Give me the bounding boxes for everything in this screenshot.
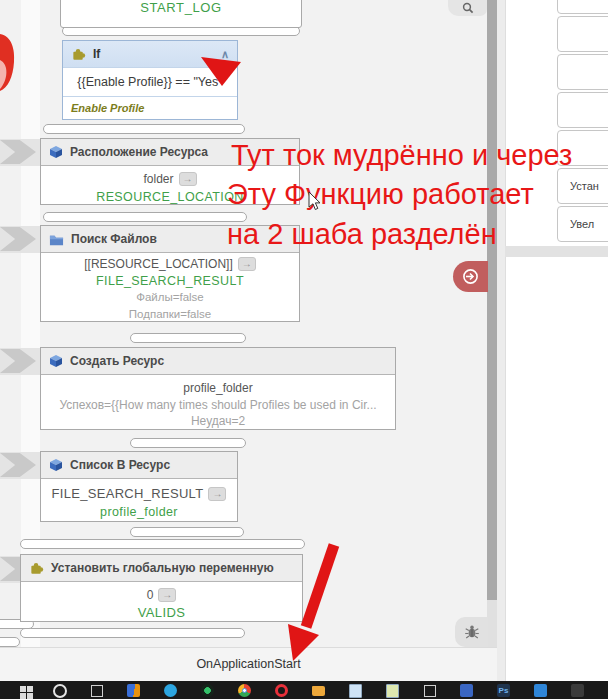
bug-icon <box>464 624 480 640</box>
notepad-icon[interactable] <box>337 681 374 699</box>
photoshop-icon[interactable]: Ps <box>485 681 522 699</box>
scrollbar-thumb[interactable] <box>487 0 497 600</box>
arrow-chip-icon: → <box>208 487 226 501</box>
set-global-variable-node[interactable]: Установить глобальную переменную 0→ VALI… <box>20 554 303 622</box>
telegram-icon[interactable] <box>152 681 189 699</box>
node-option: Файлы=false <box>41 289 299 306</box>
arrow-chip-icon: → <box>179 172 197 186</box>
node-output: FILE_SEARCH_RESULT <box>41 273 299 290</box>
panel-cell[interactable] <box>557 92 608 128</box>
collapsed-node[interactable] <box>0 637 20 647</box>
annotation-line: на 2 шаба разделён <box>227 218 497 251</box>
workflow-canvas[interactable]: START_LOG If ∧ {{Enable Profile}} == "Ye… <box>0 0 487 647</box>
arrow-chip-icon: → <box>158 588 176 602</box>
search-icon[interactable] <box>41 681 78 699</box>
dark-green-app-icon[interactable] <box>189 681 226 699</box>
node-title: Установить глобальную переменную <box>51 561 274 575</box>
canvas-rail <box>21 0 40 647</box>
collapsed-node[interactable] <box>20 539 305 549</box>
puzzle-icon <box>71 47 86 62</box>
panel-gutter <box>497 0 505 681</box>
collapsed-node[interactable] <box>43 212 247 222</box>
mail-app-icon[interactable] <box>448 681 485 699</box>
start-log-label: START_LOG <box>140 0 222 15</box>
node-title: Создать Ресурс <box>70 354 164 368</box>
node-param: 0→ <box>21 585 302 604</box>
cube-icon <box>49 458 63 472</box>
afterburner-app-icon[interactable] <box>115 681 152 699</box>
node-param: [[RESOURCE_LOCATION]]→ <box>41 255 299 273</box>
panel-cell[interactable]: Увел <box>557 206 608 242</box>
windows-start-icon[interactable] <box>4 681 41 699</box>
if-node[interactable]: If ∧ {{Enable Profile}} == "Yes" Enable … <box>62 40 238 120</box>
collapsed-node[interactable] <box>20 628 245 638</box>
enter-arrow-icon <box>462 268 479 285</box>
node-header[interactable]: Создать Ресурс <box>41 348 395 375</box>
annotation-line: Эту Функцию работает <box>227 178 534 211</box>
node-option: Подпапки=false <box>41 306 299 323</box>
chrome-icon[interactable] <box>226 681 263 699</box>
node-title: Список В Ресурс <box>70 458 170 472</box>
panel-cell[interactable]: Устан <box>557 168 608 204</box>
opera-icon[interactable] <box>263 681 300 699</box>
dark-app-icon[interactable] <box>559 681 596 699</box>
node-output: profile_folder <box>41 503 237 522</box>
node-param: profile_folder <box>41 380 395 397</box>
taskbar[interactable]: Ps <box>0 681 608 699</box>
cube-icon <box>49 145 63 159</box>
collapsed-node[interactable] <box>130 333 246 343</box>
node-title: Поиск Файлов <box>71 232 157 246</box>
panel-cell[interactable] <box>557 54 608 90</box>
node-output: VALIDS <box>21 604 302 622</box>
panel-cell[interactable] <box>557 16 608 52</box>
folder-icon <box>49 233 64 246</box>
cube-icon <box>49 354 63 368</box>
if-node-header[interactable]: If ∧ <box>63 41 237 67</box>
create-resource-node[interactable]: Создать Ресурс profile_folder Успехов={{… <box>40 347 396 430</box>
panel-cell[interactable] <box>557 0 608 14</box>
task-view-icon[interactable] <box>78 681 115 699</box>
if-title: If <box>93 47 100 61</box>
notepad-plus-icon[interactable] <box>374 681 411 699</box>
search-icon <box>462 2 474 14</box>
footer-tab-label: OnApplicationStart <box>196 657 300 671</box>
collapsed-node[interactable] <box>43 124 245 134</box>
node-option: Успехов={{How many times should Profiles… <box>41 397 395 414</box>
annotation-line: Тут ток мудрённо и через <box>231 139 572 172</box>
node-param: FILE_SEARCH_RESULT→ <box>41 483 237 503</box>
folder-icon[interactable] <box>300 681 337 699</box>
login-tab[interactable] <box>453 261 488 292</box>
list-to-resource-node[interactable]: Список В Ресурс FILE_SEARCH_RESULT→ prof… <box>40 451 238 522</box>
node-title: Расположение Ресурса <box>70 145 208 159</box>
if-condition[interactable]: {{Enable Profile}} == "Yes" <box>63 67 237 97</box>
collapsed-node[interactable] <box>130 527 244 537</box>
footer-tab[interactable]: OnApplicationStart <box>0 647 497 681</box>
arrow-chip-icon: → <box>238 257 256 271</box>
window-app-icon[interactable] <box>411 681 448 699</box>
debug-tab[interactable] <box>455 617 488 647</box>
node-header[interactable]: Установить глобальную переменную <box>21 555 302 582</box>
chevron-up-icon[interactable]: ∧ <box>221 48 229 61</box>
collapsed-node[interactable] <box>130 438 246 448</box>
search-tab[interactable] <box>448 0 487 16</box>
blue-app-icon[interactable] <box>522 681 559 699</box>
if-tag[interactable]: Enable Profile <box>63 97 237 119</box>
panel-divider <box>505 246 608 257</box>
node-option: Неудач=2 <box>41 413 395 430</box>
start-log-node[interactable]: START_LOG <box>60 0 302 28</box>
puzzle-icon <box>29 561 44 576</box>
node-header[interactable]: Список В Ресурс <box>41 452 237 479</box>
